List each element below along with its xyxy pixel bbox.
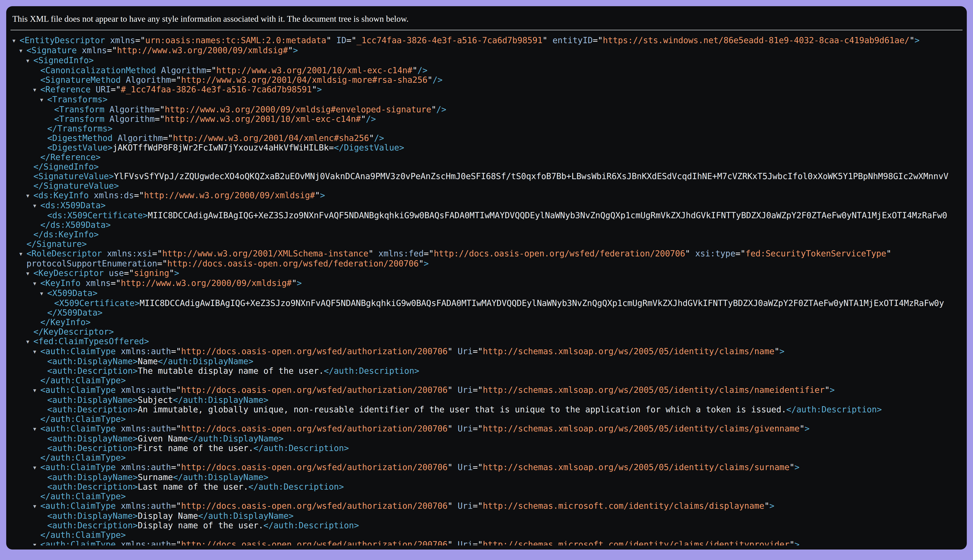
collapse-arrow-icon[interactable]: ▼ bbox=[33, 201, 40, 211]
xml-line: <ds:X509Certificate>MIIC8DCCAdigAwIBAgIQ… bbox=[12, 211, 967, 220]
xml-attribute-value: http://docs.oasis-open.org/wsfed/authori… bbox=[181, 347, 447, 356]
xml-attribute-name: xsi:type bbox=[695, 249, 736, 258]
xml-tag: <Reference bbox=[40, 85, 96, 94]
xml-attribute-name: Algorithm bbox=[126, 75, 171, 85]
xml-tag: </DigestValue> bbox=[334, 143, 404, 152]
xml-attribute-value: http://www.w3.org/2000/09/xmldsig# bbox=[117, 45, 288, 55]
collapse-arrow-icon[interactable]: ▼ bbox=[40, 95, 47, 105]
xml-punctuation: " bbox=[789, 462, 794, 472]
collapse-arrow-icon[interactable]: ▼ bbox=[26, 191, 33, 201]
xml-attribute-name: xmlns:auth bbox=[121, 462, 171, 472]
collapse-arrow-icon[interactable]: ▼ bbox=[40, 289, 47, 298]
xml-tag: </Signature> bbox=[27, 239, 87, 249]
xml-punctuation: " bbox=[685, 249, 695, 258]
xml-attribute-name: xmlns:auth bbox=[121, 424, 171, 433]
collapse-arrow-icon[interactable]: ▼ bbox=[26, 269, 33, 278]
xml-tag: <auth:ClaimType bbox=[40, 347, 121, 356]
xml-tag: <auth:ClaimType bbox=[40, 462, 121, 472]
xml-attribute-value: http://www.w3.org/2000/09/xmldsig# bbox=[144, 190, 315, 200]
xml-punctuation: =" bbox=[124, 268, 134, 278]
collapse-arrow-icon[interactable]: ▼ bbox=[33, 347, 40, 357]
xml-tag: > bbox=[424, 259, 429, 268]
xml-attribute-value: http://docs.oasis-open.org/wsfed/authori… bbox=[181, 540, 447, 545]
xml-tag: <ds:X509Certificate> bbox=[47, 211, 148, 220]
xml-line: <auth:DisplayName>Name</auth:DisplayName… bbox=[12, 357, 967, 366]
xml-tag: <SignatureMethod bbox=[40, 75, 126, 85]
xml-attribute-value: http://schemas.microsoft.com/identity/cl… bbox=[483, 540, 789, 545]
collapse-arrow-icon[interactable]: ▼ bbox=[33, 85, 40, 95]
xml-attribute-name: Algorithm bbox=[161, 66, 206, 75]
xml-attribute-value: http://www.w3.org/2001/04/xmlenc#sha256 bbox=[173, 133, 369, 143]
xml-tag: </KeyInfo> bbox=[40, 317, 91, 327]
xml-line: ▼<auth:ClaimType xmlns:auth="http://docs… bbox=[12, 540, 967, 545]
xml-line: <auth:DisplayName>Subject</auth:DisplayN… bbox=[12, 395, 967, 405]
collapse-arrow-icon[interactable]: ▼ bbox=[33, 540, 40, 545]
xml-text: An immutable, globally unique, non-reusa… bbox=[138, 405, 786, 414]
xml-tag: /> bbox=[432, 75, 442, 85]
xml-tag: </auth:ClaimType> bbox=[40, 414, 126, 424]
collapse-arrow-icon[interactable]: ▼ bbox=[33, 463, 40, 472]
xml-line: </SignedInfo> bbox=[12, 162, 967, 172]
xml-text: MIIC8DCCAdigAwIBAgIQG+XeZ3SJzo9NXnFvAQF5… bbox=[140, 298, 944, 308]
collapse-arrow-icon[interactable]: ▼ bbox=[33, 386, 40, 395]
xml-tag: <SignedInfo> bbox=[33, 55, 94, 65]
xml-tag: <auth:ClaimType bbox=[40, 501, 121, 511]
xml-tag: <DigestMethod bbox=[47, 133, 118, 143]
xml-punctuation: =" bbox=[171, 462, 181, 472]
collapse-arrow-icon[interactable]: ▼ bbox=[33, 279, 40, 288]
xml-attribute-name: xmlns:ds bbox=[94, 190, 134, 200]
xml-punctuation: " bbox=[910, 35, 915, 45]
xml-punctuation: " bbox=[292, 278, 297, 288]
xml-text: Subject bbox=[138, 395, 173, 405]
xml-attribute-name: ID bbox=[336, 35, 346, 45]
xml-tag: </Reference> bbox=[40, 152, 101, 162]
xml-tag: </auth:DisplayName> bbox=[188, 434, 284, 443]
xml-line: protocolSupportEnumeration="http://docs.… bbox=[12, 259, 967, 268]
xml-line: </auth:ClaimType> bbox=[12, 492, 967, 501]
xml-punctuation: =" bbox=[735, 249, 745, 258]
xml-tag: > bbox=[769, 501, 774, 511]
xml-tag: > bbox=[794, 540, 799, 545]
xml-attribute-name: Uri bbox=[457, 424, 473, 433]
xml-punctuation: =" bbox=[592, 35, 603, 45]
xml-line: <Transform Algorithm="http://www.w3.org/… bbox=[12, 114, 967, 124]
collapse-arrow-icon[interactable]: ▼ bbox=[33, 424, 40, 434]
collapse-arrow-icon[interactable]: ▼ bbox=[26, 337, 33, 347]
xml-attribute-value: https://sts.windows.net/86e5eadd-81e9-40… bbox=[603, 35, 909, 45]
xml-punctuation: =" bbox=[107, 45, 117, 55]
xml-tag: > bbox=[794, 462, 799, 472]
xml-tree[interactable]: ▼<EntityDescriptor xmlns="urn:oasis:name… bbox=[6, 30, 967, 545]
xml-attribute-name: URI bbox=[96, 85, 111, 94]
collapse-arrow-icon[interactable]: ▼ bbox=[19, 46, 27, 55]
xml-tag: <Signature bbox=[27, 45, 82, 55]
xml-punctuation: =" bbox=[111, 278, 121, 288]
xml-attribute-value: http://schemas.xmlsoap.org/ws/2005/05/id… bbox=[483, 424, 799, 433]
xml-line: </ds:X509Data> bbox=[12, 220, 967, 230]
collapse-arrow-icon[interactable]: ▼ bbox=[26, 56, 33, 66]
xml-tag: </auth:ClaimType> bbox=[40, 376, 126, 385]
xml-line: </auth:ClaimType> bbox=[12, 453, 967, 462]
xml-line: ▼<EntityDescriptor xmlns="urn:oasis:name… bbox=[12, 35, 967, 45]
xml-line: </X509Data> bbox=[12, 308, 967, 317]
xml-line: <auth:Description>The mutable display na… bbox=[12, 366, 967, 376]
xml-line: ▼<Transforms> bbox=[12, 95, 967, 105]
collapse-arrow-icon[interactable]: ▼ bbox=[19, 249, 27, 259]
xml-punctuation: =" bbox=[473, 462, 483, 472]
collapse-arrow-icon[interactable]: ▼ bbox=[33, 502, 40, 511]
xml-line: </Reference> bbox=[12, 152, 967, 162]
collapse-arrow-icon[interactable]: ▼ bbox=[12, 36, 20, 45]
xml-attribute-value: http://www.w3.org/2000/09/xmldsig# bbox=[121, 278, 292, 288]
xml-attribute-value: http://docs.oasis-open.org/wsfed/authori… bbox=[181, 501, 447, 511]
xml-tag: <auth:DisplayName> bbox=[47, 357, 138, 366]
xml-punctuation: =" bbox=[473, 501, 483, 511]
xml-punctuation: " bbox=[447, 424, 457, 433]
xml-attribute-name: Algorithm bbox=[110, 105, 155, 114]
xml-tag: > bbox=[297, 278, 302, 288]
xml-line: ▼<SignedInfo> bbox=[12, 55, 967, 66]
xml-tag: > bbox=[915, 35, 920, 45]
xml-punctuation: " bbox=[447, 462, 457, 472]
xml-punctuation: " bbox=[326, 35, 336, 45]
xml-tag: /> bbox=[374, 133, 384, 143]
xml-line: <DigestMethod Algorithm="http://www.w3.o… bbox=[12, 133, 967, 143]
xml-line: </KeyDescriptor> bbox=[12, 327, 967, 337]
